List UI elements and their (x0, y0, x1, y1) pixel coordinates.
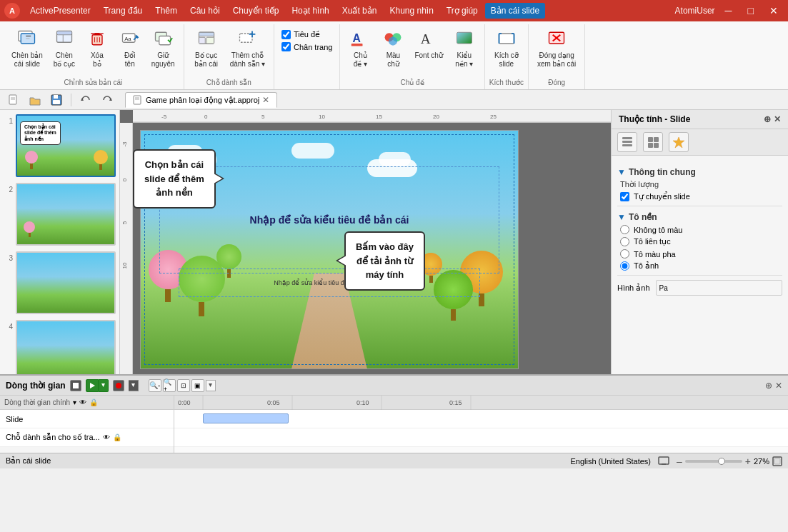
btn-chen-bo-cuc[interactable]: Chèn bố cục (49, 24, 80, 71)
btn-chen-ban-cai[interactable]: Chèn bản cái slide (7, 24, 47, 71)
slide-thumb-2[interactable] (16, 183, 116, 246)
record-btn[interactable] (113, 380, 124, 391)
panel-icon-tabs (612, 129, 788, 156)
redo-btn[interactable] (98, 92, 116, 108)
cb-tieu-de[interactable]: Tiêu đề (281, 30, 332, 39)
svg-text:0:05: 0:05 (267, 399, 280, 406)
slide-thumb-1[interactable]: Chọn bản cáislide để thêmảnh nền (16, 114, 116, 177)
btn-doi-ten[interactable]: Aa Đổi tên (114, 24, 146, 71)
undo-btn[interactable] (76, 92, 95, 108)
panel-tab-properties[interactable] (617, 132, 637, 152)
to-nen-option-image[interactable]: Tô ảnh (620, 261, 779, 271)
section-to-nen[interactable]: ▼ Tô nền (617, 212, 782, 222)
stop-btn[interactable] (70, 380, 81, 391)
play-dropdown-btn[interactable] (99, 379, 109, 392)
tu-chuyen-slide-cb[interactable]: Tự chuyển slide (620, 192, 779, 201)
to-nen-option-gradient[interactable]: Tô màu pha (620, 249, 779, 259)
cb-chan-trang[interactable]: Chân trang (281, 42, 332, 51)
menu-xuat-ban[interactable]: Xuất bản (336, 3, 383, 19)
menu-right: AtomiUser ─ □ ✕ (675, 4, 784, 18)
btn-kich-co-slide[interactable]: Kích cỡ slide (490, 24, 523, 71)
menu-trang-dau[interactable]: Trang đầu (98, 3, 149, 19)
to-nen-option-none[interactable]: Không tô màu (620, 225, 779, 234)
menu-hoat-hinh[interactable]: Hoạt hình (286, 3, 334, 19)
tl-pin-btn[interactable]: ⊕ (765, 381, 772, 391)
menu-khung-nhin[interactable]: Khung nhìn (384, 3, 439, 19)
zoom-fit2-btn[interactable]: ▣ (191, 379, 204, 392)
to-nen-radio-image[interactable] (620, 261, 629, 271)
panel-tab-effects[interactable] (669, 132, 689, 152)
tl-placeholder-eye[interactable]: 👁 (103, 433, 110, 441)
btn-kieu-nen[interactable]: Kiểu nền ▾ (449, 24, 480, 71)
zoom-slider[interactable] (685, 460, 742, 463)
menu-chuyen-tiep[interactable]: Chuyển tiếp (227, 3, 285, 19)
menu-tro-giup[interactable]: Trợ giúp (441, 3, 484, 19)
menu-cau-hoi[interactable]: Câu hỏi (184, 3, 226, 19)
btn-bo-cuc-ban-cai[interactable]: Bố cục bản cái (189, 24, 224, 71)
svg-text:10: 10 (319, 114, 325, 120)
zoom-minus-btn[interactable]: – (677, 456, 682, 467)
zoom-in-btn[interactable]: 🔍+ (163, 379, 176, 392)
svg-rect-69 (648, 143, 653, 148)
cb-chan-trang-input[interactable] (281, 42, 291, 51)
slide-panel[interactable]: 1 Chọn bản cáislide để thêmảnh nền (0, 110, 120, 374)
close-btn[interactable]: ✕ (764, 4, 784, 18)
btn-dong-dang-xem[interactable]: Đóng dạng xem bản cái (533, 24, 580, 71)
btn-xoa-bo[interactable]: Xóa bỏ (81, 24, 113, 71)
btn-chu-de[interactable]: A Chủ đề ▾ (344, 24, 376, 71)
minimize-btn[interactable]: ─ (719, 4, 738, 18)
zoom-plus-btn[interactable]: + (745, 456, 751, 467)
to-nen-option-solid[interactable]: Tô liên tục (620, 237, 779, 246)
menu-them[interactable]: Thêm (149, 3, 183, 19)
slide-row-3: 3 (3, 250, 116, 316)
svg-rect-33 (499, 34, 514, 44)
slide-subtitle-box[interactable]: Nhập để sửa kiểu tiêu đề phụ bản cái (179, 268, 480, 297)
slide-thumb-4[interactable] (16, 320, 116, 374)
tu-chuyen-cb-input[interactable] (620, 192, 629, 201)
play-btn[interactable] (86, 379, 99, 392)
menu-activepresenter[interactable]: ActivePresenter (24, 3, 96, 19)
record-dropdown-btn[interactable] (129, 380, 139, 391)
panel-tab-layout[interactable] (643, 132, 663, 152)
zoom-fit-btn[interactable]: ⊡ (177, 379, 190, 392)
to-nen-radio-none[interactable] (620, 225, 629, 234)
fullscreen-icon[interactable] (772, 456, 782, 466)
section-thong-tin-chung[interactable]: ▼ Thông tin chung (617, 167, 782, 177)
btn-giu-nguyen[interactable]: Giữ nguyên (147, 24, 179, 71)
font-icon: A (417, 27, 440, 50)
to-nen-radio-gradient[interactable] (620, 249, 629, 259)
svg-rect-32 (457, 32, 472, 44)
zoom-thumb[interactable] (718, 458, 725, 465)
panel-close-btn[interactable]: ✕ (774, 114, 781, 124)
tl-placeholder-lock[interactable]: 🔒 (113, 433, 121, 441)
to-nen-radio-solid[interactable] (620, 237, 629, 246)
panel-pin-btn[interactable]: ⊕ (764, 114, 771, 124)
hinh-anh-select[interactable]: Pa (656, 280, 782, 296)
canvas-area[interactable]: -5 0 5 10 15 20 25 -3 0 5 10 (120, 110, 611, 374)
btn-font-chu[interactable]: A Font chữ (410, 24, 447, 63)
tl-slide-block[interactable] (203, 413, 289, 423)
tl-track-dropdown[interactable]: ▾ (73, 398, 76, 406)
menu-ban-cai-slide[interactable]: Bản cái slide (485, 3, 545, 19)
more-btn[interactable] (206, 380, 216, 391)
project-tab[interactable]: Game phân loại động vật.approj ✕ (125, 92, 277, 108)
cb-tieu-de-input[interactable] (281, 30, 291, 39)
tab-close-btn[interactable]: ✕ (262, 95, 269, 105)
timeline-tracks[interactable]: 0:00 0:05 0:10 0:15 (174, 396, 788, 453)
save-btn[interactable] (47, 92, 66, 108)
new-btn[interactable] (4, 92, 23, 108)
tl-eye-btn[interactable]: 👁 (79, 398, 86, 406)
close-view-icon (545, 27, 568, 50)
maximize-btn[interactable]: □ (742, 4, 759, 18)
zoom-out-btn[interactable]: 🔍- (149, 379, 161, 392)
tl-placeholder-track[interactable] (174, 428, 788, 447)
tl-close-btn[interactable]: ✕ (775, 381, 782, 391)
open-btn[interactable] (26, 92, 44, 108)
svg-rect-65 (622, 141, 632, 143)
slide-thumb-3[interactable] (16, 251, 116, 314)
tl-lock-btn[interactable]: 🔒 (89, 398, 98, 406)
btn-them-cho-danh-san[interactable]: Thêm chỗ dành sẵn ▾ (226, 24, 269, 71)
tl-slide-track[interactable] (174, 410, 788, 428)
main-area: 1 Chọn bản cáislide để thêmảnh nền (0, 110, 788, 374)
btn-mau-chu[interactable]: Màu chữ (377, 24, 409, 71)
